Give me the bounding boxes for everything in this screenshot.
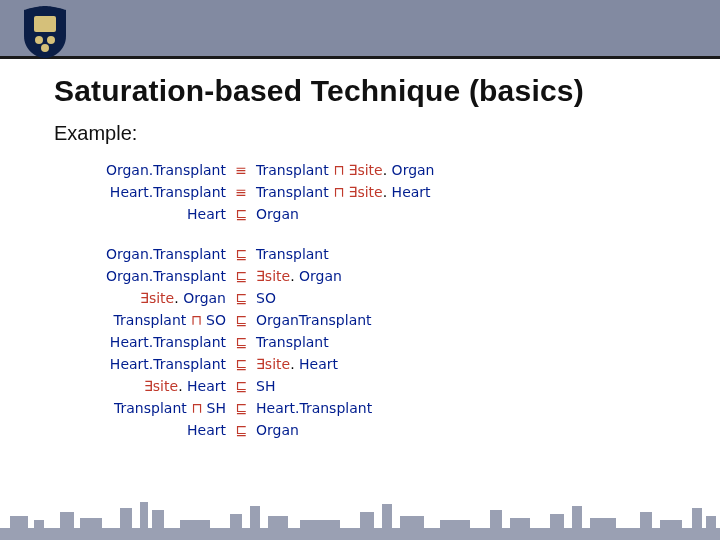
example-label: Example: [54,122,137,145]
role: site [357,184,382,200]
concept: Heart [187,422,226,438]
exists-quantifier: ∃ [256,268,265,284]
axiom-operator: ⊑ [232,206,250,222]
axiom-row: Heart⊑Organ [54,206,680,228]
svg-rect-10 [140,502,148,530]
dl-operator: ⊓ [329,184,349,200]
concept: SO [256,290,276,306]
svg-rect-17 [360,512,374,530]
dot-separator: . [178,378,187,394]
concept: Organ.Transplant [106,246,226,262]
svg-rect-5 [10,516,28,530]
svg-rect-19 [400,516,424,530]
axiom-operator: ⊑ [232,400,250,416]
concept: Transplant [256,184,329,200]
svg-rect-24 [572,506,582,530]
concept: Transplant [256,246,329,262]
concept: Heart.Transplant [110,334,226,350]
concept: SH [256,378,275,394]
exists-quantifier: ∃ [256,356,265,372]
svg-rect-26 [640,512,652,530]
concept: Organ [299,268,342,284]
axiom-rhs: Organ [250,206,299,222]
axiom-row: Transplant ⊓ SH⊑Heart.Transplant [54,400,680,422]
role: site [357,162,382,178]
axiom-row: Organ.Transplant⊑∃site. Organ [54,268,680,290]
concept: Organ [183,290,226,306]
dot-separator: . [290,356,299,372]
svg-rect-6 [34,520,44,530]
axiom-operator: ⊑ [232,290,250,306]
concept: Transplant [256,162,329,178]
svg-rect-22 [510,518,530,530]
group-gap [54,228,680,246]
svg-rect-14 [250,506,260,530]
header-band [0,0,720,56]
concept: Transplant [114,312,187,328]
axiom-rhs: Organ [250,422,299,438]
axiom-rhs: SO [250,290,276,306]
axioms-block: Organ.Transplant≡Transplant ⊓ ∃site. Org… [54,162,680,444]
axiom-operator: ⊑ [232,268,250,284]
svg-point-1 [35,36,43,44]
svg-rect-21 [490,510,502,530]
concept: Heart [299,356,338,372]
concept: SH [207,400,226,416]
axiom-row: Heart⊑Organ [54,422,680,444]
axiom-lhs: Heart [54,206,232,222]
axiom-rhs: SH [250,378,275,394]
axiom-lhs: Heart [54,422,232,438]
axiom-row: Transplant ⊓ SO⊑OrganTransplant [54,312,680,334]
concept: OrganTransplant [256,312,372,328]
role: site [265,268,290,284]
axiom-lhs: ∃site. Heart [54,378,232,394]
concept: Organ [256,206,299,222]
axiom-lhs: Organ.Transplant [54,268,232,284]
svg-rect-29 [706,516,716,530]
dot-separator: . [290,268,299,284]
concept: Transplant [256,334,329,350]
role: site [265,356,290,372]
axiom-rhs: Transplant ⊓ ∃site. Organ [250,162,434,178]
concept: Heart.Transplant [110,184,226,200]
axiom-lhs: Heart.Transplant [54,334,232,350]
concept: SO [206,312,226,328]
axiom-operator: ⊑ [232,246,250,262]
dl-operator: ⊓ [187,400,207,416]
university-crest-icon [24,6,66,58]
axiom-row: Organ.Transplant≡Transplant ⊓ ∃site. Org… [54,162,680,184]
concept: Organ.Transplant [106,162,226,178]
concept: Organ [392,162,435,178]
svg-rect-16 [300,520,340,530]
header-rule [0,56,720,59]
axiom-rhs: ∃site. Heart [250,356,338,372]
axiom-operator: ⊑ [232,356,250,372]
axiom-lhs: Organ.Transplant [54,246,232,262]
axiom-operator: ⊑ [232,334,250,350]
axiom-lhs: Heart.Transplant [54,356,232,372]
svg-rect-23 [550,514,564,530]
concept: Organ.Transplant [106,268,226,284]
axiom-rhs: Transplant [250,246,329,262]
svg-rect-28 [692,508,702,530]
axiom-row: Heart.Transplant⊑Transplant [54,334,680,356]
axiom-operator: ≡ [232,162,250,178]
axiom-row: Organ.Transplant⊑Transplant [54,246,680,268]
dl-operator: ⊓ [186,312,206,328]
axiom-row: ∃site. Organ⊑SO [54,290,680,312]
axiom-lhs: Heart.Transplant [54,184,232,200]
dl-operator: ⊓ [329,162,349,178]
concept: Heart.Transplant [110,356,226,372]
slide-title: Saturation-based Technique (basics) [54,74,700,108]
concept: Heart.Transplant [256,400,372,416]
svg-rect-20 [440,520,470,530]
axiom-rhs: ∃site. Organ [250,268,342,284]
concept: Transplant [114,400,187,416]
svg-rect-8 [80,518,102,530]
axiom-lhs: Transplant ⊓ SH [54,400,232,416]
axiom-rhs: Transplant [250,334,329,350]
svg-rect-27 [660,520,682,530]
axiom-row: Heart.Transplant⊑∃site. Heart [54,356,680,378]
concept: Heart [187,378,226,394]
svg-rect-7 [60,512,74,530]
